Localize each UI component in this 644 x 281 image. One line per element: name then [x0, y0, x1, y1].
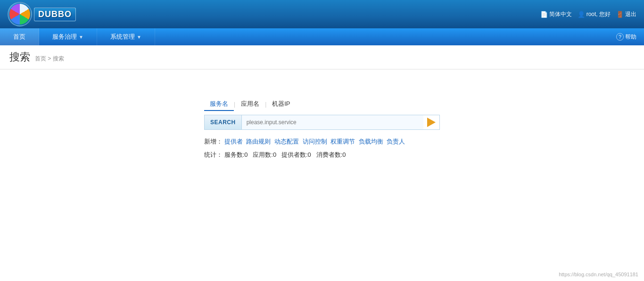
stats-consumer-count: 消费者数:0 [316, 151, 346, 158]
nav-system-manage-arrow: ▼ [137, 34, 141, 40]
main-content: 服务名 | 应用名 | 机器IP SEARCH 新增： 提供者 路由规则 动态配… [0, 69, 644, 281]
breadcrumb-home[interactable]: 首页 [35, 55, 46, 62]
logout-label: 退出 [625, 10, 636, 18]
lang-switch[interactable]: 📄 简体中文 [540, 10, 572, 18]
tab-service-name[interactable]: 服务名 [204, 98, 234, 111]
breadcrumb: 首页 > 搜索 [35, 55, 64, 63]
nav-service-manage-label: 服务治理 [52, 33, 77, 41]
user-label: root, 您好 [586, 10, 611, 18]
lang-label: 简体中文 [549, 10, 572, 18]
navbar: 首页 服务治理 ▼ 系统管理 ▼ ? 帮助 [0, 28, 644, 45]
nav-service-manage[interactable]: 服务治理 ▼ [39, 28, 97, 45]
header-right: 📄 简体中文 👤 root, 您好 🚪 退出 [540, 0, 636, 28]
search-button[interactable]: SEARCH [205, 115, 242, 129]
search-row: SEARCH [204, 115, 440, 130]
add-provider[interactable]: 提供者 [224, 138, 243, 145]
lang-icon: 📄 [540, 11, 548, 18]
go-arrow-icon [427, 118, 436, 127]
nav-service-manage-arrow: ▼ [79, 34, 83, 40]
logo-inner [9, 4, 30, 25]
logo-text: DUBBO [38, 9, 72, 19]
nav-home-label: 首页 [13, 33, 25, 41]
stats-app-count: 应用数:0 [253, 151, 276, 158]
nav-home[interactable]: 首页 [0, 28, 39, 45]
add-route-rule[interactable]: 路由规则 [246, 138, 271, 145]
search-tabs: 服务名 | 应用名 | 机器IP [204, 98, 440, 111]
add-owner[interactable]: 负责人 [387, 138, 405, 145]
user-icon: 👤 [578, 11, 585, 18]
breadcrumb-current: 搜索 [53, 55, 64, 62]
logout-button[interactable]: 🚪 退出 [616, 10, 636, 18]
user-info[interactable]: 👤 root, 您好 [578, 10, 611, 18]
logo-text-box: DUBBO [34, 8, 76, 21]
stats-label: 统计： [204, 151, 223, 158]
search-input[interactable] [242, 115, 423, 129]
tab-app-name[interactable]: 应用名 [235, 98, 265, 111]
add-access-control[interactable]: 访问控制 [303, 138, 327, 145]
logo-area: DUBBO [8, 2, 76, 26]
stats-provider-count: 提供者数:0 [281, 151, 311, 158]
add-load-balance[interactable]: 负载均衡 [359, 138, 383, 145]
help-icon: ? [616, 33, 624, 41]
tab-machine-ip[interactable]: 机器IP [266, 98, 296, 111]
add-weight-adjust[interactable]: 权重调节 [330, 138, 355, 145]
breadcrumb-sep: > [48, 55, 51, 62]
search-container: 服务名 | 应用名 | 机器IP SEARCH 新增： 提供者 路由规则 动态配… [9, 84, 635, 159]
add-row: 新增： 提供者 路由规则 动态配置 访问控制 权重调节 负载均衡 负责人 [204, 137, 440, 146]
search-go-button[interactable] [423, 116, 439, 129]
footer-note: https://blog.csdn.net/qq_45091181 [559, 272, 638, 277]
nav-system-manage-label: 系统管理 [110, 33, 135, 41]
add-dynamic-config[interactable]: 动态配置 [274, 138, 299, 145]
add-label: 新增： [204, 138, 223, 145]
logout-icon: 🚪 [616, 11, 624, 18]
logo-circle [8, 2, 32, 26]
nav-system-manage[interactable]: 系统管理 ▼ [97, 28, 155, 45]
stats-row: 统计： 服务数:0 应用数:0 提供者数:0 消费者数:0 [204, 151, 440, 159]
page-header: 搜索 首页 > 搜索 [0, 45, 644, 69]
header: DUBBO 📄 简体中文 👤 root, 您好 🚪 退出 [0, 0, 644, 28]
nav-help[interactable]: ? 帮助 [609, 28, 644, 45]
stats-service-count: 服务数:0 [224, 151, 248, 158]
help-label: 帮助 [625, 33, 636, 41]
page-title: 搜索 [9, 50, 30, 64]
